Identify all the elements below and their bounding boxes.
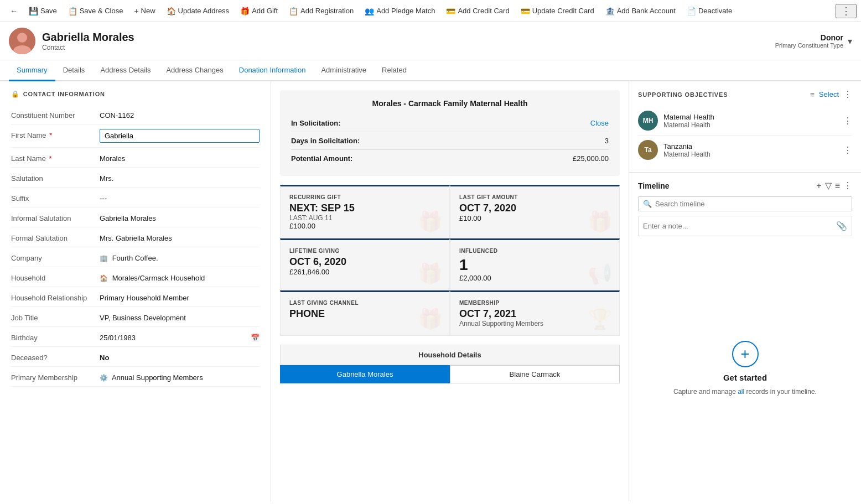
svg-point-1 (17, 33, 27, 43)
timeline-more-button[interactable]: ⋮ (843, 180, 852, 191)
stat-recurring-gift-icon: 🎁 (418, 210, 443, 233)
solicitation-row-1: Days in Solicitation: 3 (291, 132, 609, 150)
objectives-more-button[interactable]: ⋮ (843, 89, 852, 100)
job-title-value: VP, Business Development (100, 311, 260, 322)
objective-item-mh: MH Maternal Health Maternal Health ⋮ (638, 106, 852, 136)
add-gift-icon: 🎁 (240, 7, 250, 15)
add-credit-card-button[interactable]: 💳 Add Credit Card (440, 0, 515, 22)
tab-summary[interactable]: Summary (9, 60, 55, 81)
objective-more-mh[interactable]: ⋮ (843, 116, 852, 126)
update-credit-card-button[interactable]: 💳 Update Credit Card (515, 0, 600, 22)
lock-icon: 🔒 (11, 90, 20, 98)
stat-membership[interactable]: MEMBERSHIP OCT 7, 2021 Annual Supporting… (450, 290, 620, 336)
birthday-label: Birthday (11, 331, 100, 342)
objectives-actions: ≡ Select ⋮ (810, 89, 852, 100)
mid-panel: Morales - Carmack Family Maternal Health… (271, 81, 629, 501)
timeline-all-link[interactable]: all (738, 388, 744, 396)
calendar-icon[interactable]: 📅 (251, 334, 260, 342)
timeline-note-input[interactable] (643, 222, 832, 230)
note-attach-icon[interactable]: 📎 (836, 221, 847, 231)
stat-last-gift[interactable]: LAST GIFT AMOUNT OCT 7, 2020 £10.00 🎁 (450, 185, 620, 238)
last-name-label: Last Name * (11, 152, 100, 163)
add-bank-account-button[interactable]: 🏦 Add Bank Account (600, 0, 681, 22)
add-pledge-match-icon: 👥 (365, 7, 374, 15)
solicitation-value-0[interactable]: Close (590, 119, 609, 127)
objectives-header: SUPPORTING OBJECTIVES ≡ Select ⋮ (638, 89, 852, 100)
objectives-select-button[interactable]: Select (819, 90, 839, 98)
timeline-note: 📎 (638, 216, 852, 236)
solicitation-row-0: In Solicitation: Close (291, 115, 609, 132)
stat-last-giving-channel[interactable]: LAST GIVING CHANNEL PHONE 🎁 (280, 290, 450, 336)
tab-administrative[interactable]: Administrative (313, 60, 374, 81)
objectives-title: SUPPORTING OBJECTIVES (638, 91, 810, 98)
stat-influenced[interactable]: INFLUENCED 1 £2,000.00 📢 (450, 238, 620, 290)
salutation-label: Salutation (11, 172, 100, 183)
add-gift-button[interactable]: 🎁 Add Gift (235, 0, 283, 22)
required-marker: * (49, 154, 51, 163)
first-name-input[interactable] (100, 129, 260, 143)
first-name-row: First Name * (11, 124, 260, 148)
tab-address-changes[interactable]: Address Changes (158, 60, 231, 81)
more-button[interactable]: ⋮ (836, 4, 857, 18)
company-label: Company (11, 252, 100, 262)
objective-sub-ta: Maternal Health (663, 150, 838, 158)
update-address-button[interactable]: 🏠 Update Address (161, 0, 235, 22)
household-relationship-label: Household Relationship (11, 292, 100, 302)
tab-donation-information[interactable]: Donation Information (231, 60, 314, 81)
informal-salutation-value: Gabriella Morales (100, 212, 260, 222)
stat-influenced-icon: 📢 (588, 262, 613, 285)
required-marker: * (49, 131, 52, 139)
new-icon: + (134, 7, 138, 15)
new-button[interactable]: + New (128, 0, 160, 22)
household-tab-blaine[interactable]: Blaine Carmack (450, 365, 620, 383)
save-close-button[interactable]: 📋 Save & Close (63, 0, 129, 22)
constituent-number-label: Constituent Number (11, 109, 100, 119)
objective-sub-mh: Maternal Health (663, 121, 838, 129)
timeline-list-button[interactable]: ≡ (835, 180, 840, 191)
avatar (9, 28, 35, 54)
deactivate-button[interactable]: 📄 Deactivate (681, 0, 738, 22)
save-button[interactable]: 💾 Save (23, 0, 63, 22)
last-name-value: Morales (100, 152, 260, 163)
membership-icon: ⚙️ (100, 374, 108, 382)
timeline-empty: + Get started Capture and manage all rec… (638, 243, 852, 493)
job-title-row: Job Title VP, Business Development (11, 307, 260, 327)
add-registration-button[interactable]: 📋 Add Registration (283, 0, 359, 22)
stat-last-gift-icon: 🎁 (588, 210, 613, 233)
contact-info-section-title: 🔒 CONTACT INFORMATION (11, 90, 260, 98)
household-link[interactable]: Morales/Carmack Household (112, 274, 205, 282)
last-name-row: Last Name * Morales (11, 148, 260, 168)
salutation-value: Mrs. (100, 172, 260, 183)
household-value: 🏠 Morales/Carmack Household (100, 272, 260, 282)
tab-details[interactable]: Details (55, 60, 93, 81)
informal-salutation-row: Informal Salutation Gabriella Morales (11, 207, 260, 227)
chevron-down-icon[interactable]: ▾ (848, 36, 852, 46)
primary-membership-link[interactable]: Annual Supporting Members (112, 373, 203, 382)
company-link[interactable]: Fourth Coffee. (112, 254, 158, 262)
tab-address-details[interactable]: Address Details (92, 60, 158, 81)
stat-lifetime-giving[interactable]: LIFETIME GIVING OCT 6, 2020 £261,846.00 … (280, 238, 450, 290)
back-button[interactable]: ← (4, 0, 23, 22)
constituent-number-value: CON-1162 (100, 109, 260, 119)
timeline-add-circle[interactable]: + (732, 341, 759, 367)
donor-badge: Donor Primary Constituent Type (775, 33, 843, 49)
objective-more-ta[interactable]: ⋮ (843, 145, 852, 155)
add-pledge-match-button[interactable]: 👥 Add Pledge Match (359, 0, 440, 22)
birthday-row: Birthday 25/01/1983 📅 (11, 327, 260, 347)
household-section: Household Details Gabriella Morales Blai… (280, 345, 620, 383)
timeline-filter-button[interactable]: ▽ (825, 180, 832, 191)
timeline-add-button[interactable]: + (816, 180, 821, 191)
primary-membership-value: ⚙️ Annual Supporting Members (100, 371, 260, 382)
objective-name-mh: Maternal Health (663, 113, 838, 121)
objective-item-ta: Ta Tanzania Maternal Health ⋮ (638, 136, 852, 164)
tab-related[interactable]: Related (374, 60, 414, 81)
household-tab-gabriella[interactable]: Gabriella Morales (280, 365, 450, 383)
stat-last-giving-channel-icon: 🎁 (418, 308, 443, 331)
objective-name-ta: Tanzania (663, 142, 838, 150)
company-icon: 🏢 (100, 254, 108, 262)
stat-recurring-gift[interactable]: RECURRING GIFT NEXT: SEP 15 LAST: AUG 11… (280, 185, 450, 238)
timeline-search-input[interactable] (655, 200, 847, 208)
objective-avatar-ta: Ta (638, 140, 658, 160)
timeline-title: Timeline (638, 181, 816, 190)
stat-recurring-gift-label: RECURRING GIFT (289, 194, 440, 200)
